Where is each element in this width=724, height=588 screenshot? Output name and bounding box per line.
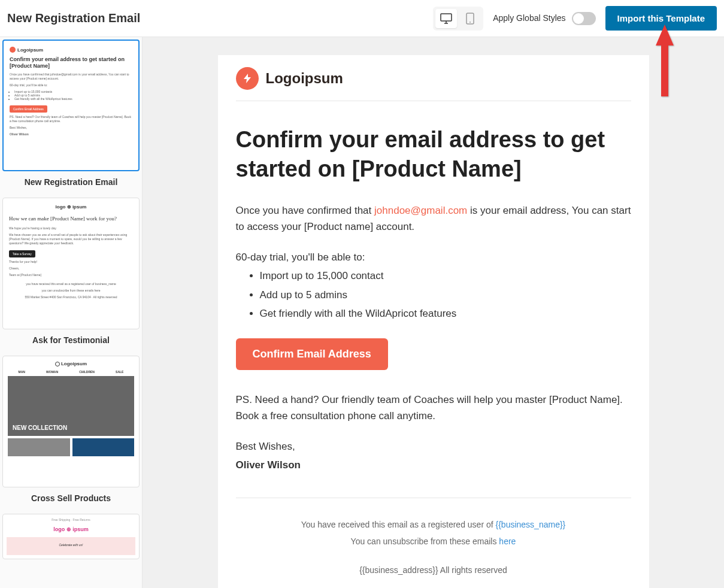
desktop-icon (440, 13, 452, 24)
footer-line: You can unsubscribe from these emails he… (236, 533, 631, 550)
desktop-view-button[interactable] (435, 9, 457, 28)
thumb-hero: NEW COLLECTION (8, 376, 134, 436)
global-styles-toggle[interactable] (572, 12, 596, 25)
mobile-icon (466, 13, 474, 25)
thumb-text: Cheers, (9, 266, 133, 271)
thumb-logo: Logoipsum (8, 361, 134, 366)
thumb-text: PS. Need a hand? Our friendly team of Co… (10, 115, 132, 123)
main-content: Logoipsum Confirm your email address to … (0, 37, 724, 588)
thumb-image (8, 438, 70, 456)
thumb-logo: logo ⊕ ipsum (9, 204, 133, 210)
thumb-text: Team at [Product Name] (9, 273, 133, 277)
thumb-topbar: Free Shipping · Free Returns (7, 518, 135, 522)
email-footer: You have received this email as a regist… (236, 498, 631, 578)
business-name-var: {{business_name}} (496, 520, 566, 529)
thumb-text: We hope you're having a lovely day. (9, 226, 133, 231)
thumb-text: Thanks for your help! (9, 260, 133, 264)
thumb-image (72, 438, 135, 456)
top-header: New Registration Email Apply Global Styl… (0, 0, 724, 37)
thumb-label: New Registration Email (2, 177, 140, 187)
thumb-footer: you can unsubscribe from these emails he… (9, 289, 133, 293)
footer-line: You have received this email as a regist… (236, 516, 631, 533)
email-intro: Once you have confirmed that johndoe@gma… (236, 202, 631, 235)
header-actions: Apply Global Styles Import this Template (433, 6, 717, 31)
global-styles-group: Apply Global Styles (493, 12, 595, 25)
thumb-title: How we can make [Product Name] work for … (9, 216, 133, 223)
email-address-link[interactable]: johndoe@gmail.com (374, 205, 467, 216)
template-thumb-cross-sell[interactable]: Logoipsum MAN WOMAN CHILDREN SALE NEW CO… (2, 356, 140, 503)
template-thumb-celebrate[interactable]: Free Shipping · Free Returns logo ⊕ ipsu… (2, 514, 140, 559)
email-logo-text: Logoipsum (266, 70, 343, 87)
thumb-title: Confirm your email address to get starte… (10, 56, 132, 69)
thumb-text: Once you have confirmed that johndoe@gma… (10, 72, 132, 81)
thumb-text: 60-day trial, you'll be able to: (10, 83, 132, 87)
footer-address: {{business_address}} All rights reserved (236, 562, 631, 578)
thumb-nav: MAN WOMAN CHILDREN SALE (8, 370, 134, 374)
thumb-text: Best Wishes, (10, 126, 132, 130)
email-trial-label: 60-day trial, you'll be able to: (236, 249, 631, 265)
import-template-button[interactable]: Import this Template (605, 6, 717, 31)
device-toggle (433, 7, 483, 31)
circle-icon (55, 362, 60, 366)
thumb-text: We have chosen you as one of a small set… (9, 233, 133, 245)
svg-rect-0 (441, 14, 452, 21)
email-signature: Best Wishes, (236, 438, 631, 454)
template-thumb-testimonial[interactable]: logo ⊕ ipsum How we can make [Product Na… (2, 198, 140, 345)
thumb-label: Cross Sell Products (2, 493, 140, 503)
thumb-text: Oliver Wilson (10, 132, 132, 137)
email-title: Confirm your email address to get starte… (236, 125, 631, 184)
email-container: Logoipsum Confirm your email address to … (218, 55, 649, 588)
thumb-footer: 550 Market Street #400 San Francisco, CA… (9, 295, 133, 299)
email-body: Once you have confirmed that johndoe@gma… (236, 202, 631, 474)
thumb-card[interactable]: Logoipsum MAN WOMAN CHILDREN SALE NEW CO… (2, 356, 140, 487)
toggle-knob (573, 13, 584, 24)
thumb-logo: Logoipsum (10, 47, 132, 53)
thumb-cta: Take a Survey (9, 250, 35, 257)
list-item: Import up to 15,000 contact (260, 268, 631, 284)
thumb-banner: Celebrate with us! (7, 537, 135, 555)
thumb-cta: Confirm Email Address (10, 105, 47, 113)
thumb-footer: you have received this email as a regist… (9, 282, 133, 286)
thumb-card[interactable]: Free Shipping · Free Returns logo ⊕ ipsu… (2, 514, 140, 559)
email-ps: PS. Need a hand? Our friendly team of Co… (236, 392, 631, 424)
confirm-email-button[interactable]: Confirm Email Address (236, 338, 388, 370)
list-item: Add up to 5 admins (260, 287, 631, 303)
unsubscribe-link[interactable]: here (499, 537, 516, 546)
page-title: New Registration Email (7, 11, 140, 25)
thumb-list: Import up to 15,000 contacts Add up to 5… (10, 90, 132, 101)
bolt-icon (236, 67, 259, 90)
thumb-label: Ask for Testimonial (2, 335, 140, 345)
bolt-icon (10, 47, 16, 53)
list-item: Get friendly with all the WildApricot fe… (260, 305, 631, 322)
global-styles-label: Apply Global Styles (493, 13, 565, 23)
template-thumb-registration[interactable]: Logoipsum Confirm your email address to … (2, 40, 140, 187)
thumb-logo: logo ⊕ ipsum (7, 526, 135, 532)
email-preview-pane[interactable]: Logoipsum Confirm your email address to … (143, 37, 724, 588)
email-signature-name: Oliver Wilson (236, 457, 631, 473)
mobile-view-button[interactable] (459, 9, 481, 28)
thumb-card[interactable]: logo ⊕ ipsum How we can make [Product Na… (2, 198, 140, 329)
thumb-row (8, 438, 134, 456)
thumb-card[interactable]: Logoipsum Confirm your email address to … (2, 40, 140, 171)
template-sidebar[interactable]: Logoipsum Confirm your email address to … (0, 37, 143, 588)
hero-text: NEW COLLECTION (13, 425, 67, 431)
email-feature-list: Import up to 15,000 contact Add up to 5 … (236, 268, 631, 322)
svg-point-4 (469, 22, 471, 23)
email-header: Logoipsum (236, 67, 631, 101)
